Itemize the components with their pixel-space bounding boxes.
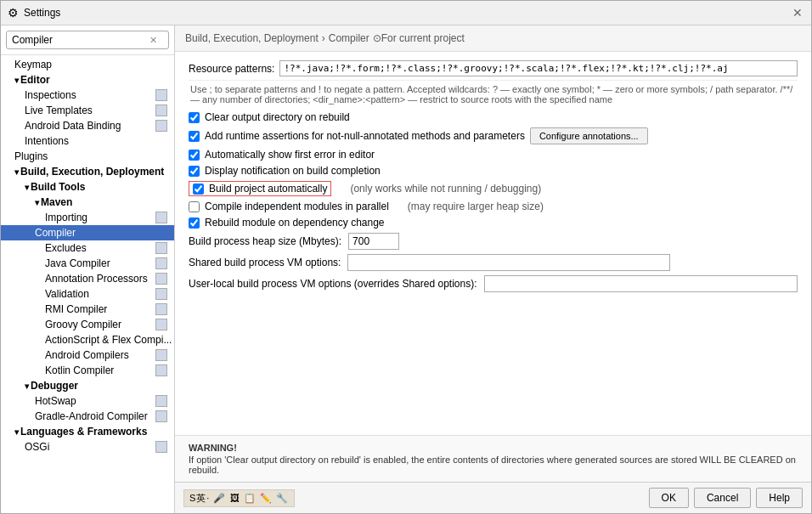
title-bar: ⚙ Settings ✕ (1, 1, 811, 25)
checkbox-show-error-input[interactable] (189, 150, 200, 161)
page-icon (155, 288, 167, 300)
warning-content: WARNING! If option 'Clear output directo… (189, 443, 798, 475)
nav-section: Keymap ▾ Editor Inspections Live Templat… (1, 55, 174, 456)
checkbox-show-error-label: Automatically show first error in editor (205, 149, 375, 161)
checkbox-show-error-row: Automatically show first error in editor (189, 149, 798, 161)
shared-vm-input[interactable] (347, 254, 670, 271)
sidebar-category-build[interactable]: ▾ Build, Execution, Deployment (1, 164, 174, 179)
ime-toolbar: S英· 🎤 🖼 📋 ✏️ 🔧 (183, 489, 644, 507)
help-button[interactable]: Help (756, 488, 803, 508)
sidebar-item-osgi[interactable]: OSGi (1, 439, 174, 455)
page-icon (155, 120, 167, 132)
warning-title: WARNING! (189, 443, 798, 453)
page-icon (155, 257, 167, 269)
checkbox-parallel-label: Compile independent modules in parallel (205, 201, 389, 212)
auto-build-highlight-box: Build project automatically (189, 181, 331, 196)
search-input[interactable] (6, 31, 169, 49)
search-wrapper: ✕ (6, 31, 169, 49)
sidebar-item-gradle-android-compiler[interactable]: Gradle-Android Compiler (1, 409, 174, 424)
breadcrumb-compiler: Compiler (329, 32, 369, 44)
search-box: ✕ (1, 25, 174, 55)
checkbox-assertions-input[interactable] (189, 131, 200, 142)
sidebar-item-annotation-processors[interactable]: Annotation Processors (1, 271, 174, 286)
sidebar-item-inspections[interactable]: Inspections (1, 88, 174, 103)
page-icon (155, 441, 167, 453)
warning-body: If option 'Clear output directory on reb… (189, 455, 798, 475)
sidebar-item-plugins[interactable]: Plugins (1, 149, 174, 164)
checkbox-clear-output-input[interactable] (189, 112, 200, 123)
sidebar-item-android-data-binding[interactable]: Android Data Binding (1, 118, 174, 133)
sidebar-category-maven[interactable]: ▾ Maven (1, 195, 174, 210)
auto-build-note: (only works while not running / debuggin… (350, 183, 541, 195)
checkbox-assertions-row: Add runtime assertions for not-null-anno… (189, 127, 798, 144)
page-icon (155, 303, 167, 315)
sidebar-category-debugger[interactable]: ▾ Debugger (1, 378, 174, 393)
sidebar-item-keymap[interactable]: Keymap (1, 57, 174, 72)
checkbox-parallel-input[interactable] (189, 201, 200, 212)
user-vm-input[interactable] (484, 275, 798, 292)
sidebar-item-java-compiler[interactable]: Java Compiler (1, 256, 174, 271)
heap-size-input[interactable] (348, 233, 399, 250)
shared-vm-label: Shared build process VM options: (189, 257, 341, 268)
sidebar-item-android-compilers[interactable]: Android Compilers (1, 347, 174, 363)
cancel-button[interactable]: Cancel (694, 488, 751, 508)
heap-size-row: Build process heap size (Mbytes): (189, 233, 798, 250)
sidebar-item-kotlin-compiler[interactable]: Kotlin Compiler (1, 363, 174, 378)
page-icon (155, 212, 167, 223)
page-icon (155, 410, 167, 422)
heap-size-label: Build process heap size (Mbytes): (189, 235, 341, 247)
breadcrumb-sep: › (322, 32, 325, 44)
resource-patterns-label: Resource patterns: (189, 63, 274, 75)
page-icon (155, 273, 167, 285)
page-icon (155, 242, 167, 254)
window-title: Settings (24, 7, 60, 19)
main-body: Resource patterns: Use ; to separate pat… (175, 52, 811, 435)
bottom-bar: S英· 🎤 🖼 📋 ✏️ 🔧 OK Cancel Help (175, 482, 811, 513)
sidebar-item-live-templates[interactable]: Live Templates (1, 103, 174, 118)
checkbox-notification-row: Display notification on build completion (189, 165, 798, 177)
page-icon (155, 104, 167, 116)
sidebar-item-excludes[interactable]: Excludes (1, 240, 174, 256)
main-panel: Build, Execution, Deployment › Compiler … (175, 25, 811, 513)
breadcrumb: Build, Execution, Deployment › Compiler … (175, 25, 811, 52)
title-bar-left: ⚙ Settings (8, 6, 60, 20)
sidebar-item-compiler[interactable]: Compiler (1, 225, 174, 240)
resource-patterns-input[interactable] (279, 60, 798, 76)
sidebar-item-rmi-compiler[interactable]: RMI Compiler (1, 302, 174, 317)
current-project-hint: ⊙For current project (373, 32, 465, 44)
checkbox-notification-label: Display notification on build completion (205, 165, 381, 177)
checkbox-rebuild-row: Rebuild module on dependency change (189, 217, 798, 229)
sidebar-item-actionscript[interactable]: ActionScript & Flex Compi... (1, 332, 174, 347)
ok-button[interactable]: OK (649, 488, 689, 508)
breadcrumb-build: Build, Execution, Deployment (185, 32, 319, 44)
sidebar-item-importing[interactable]: Importing (1, 210, 174, 225)
page-icon (155, 89, 167, 101)
sidebar: ✕ Keymap ▾ Editor Inspections Live Templ… (1, 25, 175, 513)
sidebar-item-intentions[interactable]: Intentions (1, 133, 174, 149)
sidebar-item-validation[interactable]: Validation (1, 286, 174, 302)
checkbox-rebuild-label: Rebuild module on dependency change (205, 217, 385, 229)
parallel-note: (may require larger heap size) (408, 201, 544, 212)
ime-bar: S英· 🎤 🖼 📋 ✏️ 🔧 (183, 489, 295, 507)
checkbox-clear-output-label: Clear output directory on rebuild (205, 111, 350, 123)
settings-window: ⚙ Settings ✕ ✕ Keymap ▾ Editor (0, 0, 812, 514)
user-vm-label: User-local build process VM options (ove… (189, 278, 477, 290)
user-vm-row: User-local build process VM options (ove… (189, 275, 798, 292)
configure-annotations-button[interactable]: Configure annotations... (530, 127, 648, 144)
sidebar-item-groovy-compiler[interactable]: Groovy Compiler (1, 317, 174, 332)
sidebar-item-hotswap[interactable]: HotSwap (1, 393, 174, 409)
search-clear-icon[interactable]: ✕ (149, 35, 157, 46)
checkbox-auto-build-input[interactable] (193, 184, 204, 195)
checkbox-notification-input[interactable] (189, 166, 200, 177)
main-content: ✕ Keymap ▾ Editor Inspections Live Templ… (1, 25, 811, 513)
checkbox-parallel-row: Compile independent modules in parallel … (189, 201, 798, 212)
checkbox-assertions-label: Add runtime assertions for not-null-anno… (205, 130, 525, 142)
sidebar-category-editor[interactable]: ▾ Editor (1, 72, 174, 88)
close-button[interactable]: ✕ (791, 6, 804, 20)
resource-patterns-row: Resource patterns: (189, 60, 798, 76)
checkbox-rebuild-input[interactable] (189, 217, 200, 229)
sidebar-category-languages[interactable]: ▾ Languages & Frameworks (1, 424, 174, 439)
sidebar-category-build-tools[interactable]: ▾ Build Tools (1, 179, 174, 195)
page-icon (155, 395, 167, 407)
resource-help-text: Use ; to separate patterns and ! to nega… (189, 80, 798, 104)
